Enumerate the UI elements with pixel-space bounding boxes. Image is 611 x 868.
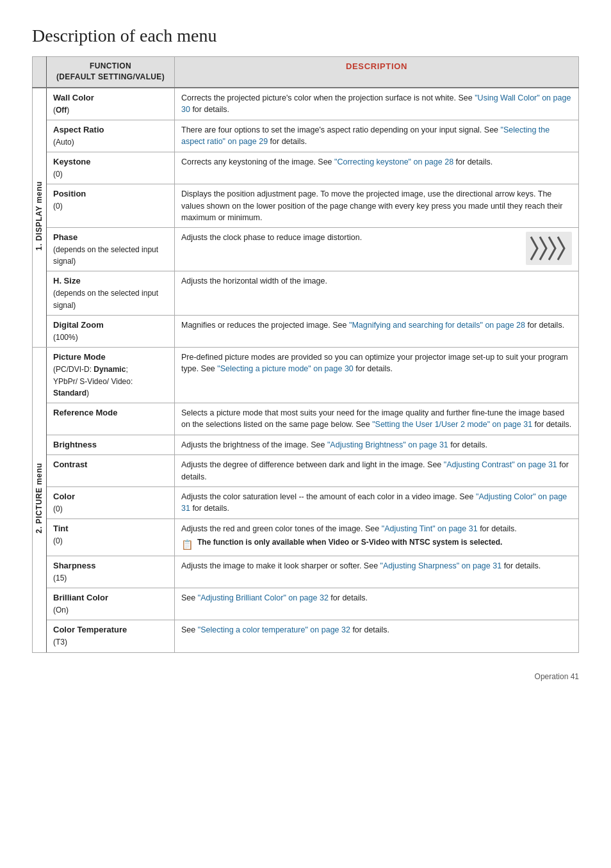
table-row: ContrastAdjusts the degree of difference… (33, 455, 579, 486)
desc-link[interactable]: "Adjusting Sharpness" on page 31 (380, 561, 502, 570)
description-cell: See "Adjusting Brilliant Color" on page … (175, 588, 579, 620)
side-label-cell: 1. DISPLAY menu (33, 88, 47, 348)
func-default: (depends on the selected input signal) (53, 289, 158, 309)
function-cell: Reference Mode (47, 403, 175, 435)
description-cell: Pre-defined picture modes are provided s… (175, 348, 579, 403)
func-name: Digital Zoom (53, 320, 104, 330)
function-cell: Brilliant Color(On) (47, 588, 175, 620)
func-default: (0) (53, 202, 63, 211)
side-label: 2. PICTURE menu (34, 463, 45, 533)
notice-text: The function is only available when Vide… (197, 537, 502, 548)
desc-link[interactable]: "Selecting a picture mode" on page 30 (217, 364, 354, 373)
table-row: Tint(0)Adjusts the red and green color t… (33, 518, 579, 556)
side-label-col-header (33, 57, 47, 88)
func-name: Color Temperature (53, 625, 127, 634)
function-column-header: FUNCTION (default setting/value) (47, 57, 175, 88)
function-cell: Picture Mode(PC/DVI-D: Dynamic;YPbPr/ S-… (47, 348, 175, 403)
function-header-line1: FUNCTION (90, 61, 131, 70)
func-name: Aspect Ratio (53, 125, 104, 134)
function-header-line2: (default setting/value) (56, 72, 165, 81)
table-row: Sharpness(15)Adjusts the image to make i… (33, 556, 579, 588)
side-label: 1. DISPLAY menu (34, 181, 45, 250)
func-name: Position (53, 189, 86, 198)
desc-link[interactable]: "Setting the User 1/User 2 mode" on page… (372, 420, 532, 429)
desc-link[interactable]: "Adjusting Brilliant Color" on page 32 (198, 593, 329, 602)
func-default: (Off) (53, 106, 69, 115)
function-cell: Keystone(0) (47, 152, 175, 184)
function-cell: Brightness (47, 435, 175, 455)
function-cell: Color Temperature(T3) (47, 620, 175, 652)
page-footer: Operation 41 (32, 672, 579, 681)
side-label-cell: 2. PICTURE menu (33, 348, 47, 652)
func-default: (T3) (53, 638, 67, 647)
table-row: Color(0)Adjusts the color saturation lev… (33, 486, 579, 518)
func-name: Reference Mode (53, 408, 117, 417)
function-cell: Position(0) (47, 184, 175, 227)
description-cell: Adjusts the clock phase to reduce image … (175, 227, 579, 271)
description-cell: There are four options to set the image'… (175, 120, 579, 152)
desc-link[interactable]: "Adjusting Brightness" on page 31 (327, 440, 448, 449)
func-name: Brilliant Color (53, 593, 108, 602)
desc-link[interactable]: "Selecting a color temperature" on page … (198, 625, 350, 634)
func-default: (100%) (53, 333, 78, 342)
func-name: Phase (53, 232, 77, 242)
func-default: (15) (53, 574, 67, 583)
table-row: Position(0)Displays the position adjustm… (33, 184, 579, 227)
func-name: Color (53, 492, 75, 501)
func-name: H. Size (53, 276, 81, 285)
menu-description-table: FUNCTION (default setting/value) DESCRIP… (32, 56, 579, 653)
description-cell: Adjusts the horizontal width of the imag… (175, 271, 579, 316)
function-cell: Wall Color(Off) (47, 88, 175, 120)
table-row: H. Size(depends on the selected input si… (33, 271, 579, 316)
function-cell: Color(0) (47, 486, 175, 518)
table-row: Aspect Ratio(Auto)There are four options… (33, 120, 579, 152)
description-cell: Adjusts the image to make it look sharpe… (175, 556, 579, 588)
description-cell: Adjusts the brightness of the image. See… (175, 435, 579, 455)
function-cell: Tint(0) (47, 518, 175, 556)
desc-link[interactable]: "Magnifying and searching for details" o… (349, 321, 525, 330)
func-default: (Auto) (53, 138, 74, 147)
description-column-header: DESCRIPTION (175, 57, 579, 88)
table-row: Brilliant Color(On)See "Adjusting Brilli… (33, 588, 579, 620)
func-default: (On) (53, 606, 69, 615)
func-name: Brightness (53, 440, 97, 449)
description-cell: Selects a picture mode that most suits y… (175, 403, 579, 435)
description-cell: Corrects any keystoning of the image. Se… (175, 152, 579, 184)
func-default: (0) (53, 504, 63, 513)
description-cell: Adjusts the color saturation level -- th… (175, 486, 579, 518)
func-name: Tint (53, 524, 69, 533)
desc-link[interactable]: "Adjusting Contrast" on page 31 (444, 460, 557, 469)
function-cell: Sharpness(15) (47, 556, 175, 588)
table-row: BrightnessAdjusts the brightness of the … (33, 435, 579, 455)
func-name: Keystone (53, 157, 91, 166)
function-cell: Aspect Ratio(Auto) (47, 120, 175, 152)
table-row: Digital Zoom(100%)Magnifies or reduces t… (33, 316, 579, 348)
function-cell: Contrast (47, 455, 175, 486)
func-name: Contrast (53, 460, 87, 469)
func-default: (0) (53, 536, 63, 545)
desc-link[interactable]: "Adjusting Tint" on page 31 (382, 524, 478, 533)
description-cell: See "Selecting a color temperature" on p… (175, 620, 579, 652)
description-cell: Adjusts the degree of difference between… (175, 455, 579, 486)
function-cell: H. Size(depends on the selected input si… (47, 271, 175, 316)
description-cell: Magnifies or reduces the projected image… (175, 316, 579, 348)
table-row: Color Temperature(T3)See "Selecting a co… (33, 620, 579, 652)
function-cell: Phase(depends on the selected input sign… (47, 227, 175, 271)
function-cell: Digital Zoom(100%) (47, 316, 175, 348)
description-cell: Corrects the projected picture's color w… (175, 88, 579, 120)
desc-link[interactable]: "Correcting keystone" on page 28 (334, 157, 453, 166)
func-default: (PC/DVI-D: Dynamic;YPbPr/ S-Video/ Video… (53, 365, 133, 398)
table-row: Phase(depends on the selected input sign… (33, 227, 579, 271)
table-row: 1. DISPLAY menuWall Color(Off)Corrects t… (33, 88, 579, 120)
description-cell: Displays the position adjustment page. T… (175, 184, 579, 227)
table-row: Reference ModeSelects a picture mode tha… (33, 403, 579, 435)
func-default: (0) (53, 170, 63, 179)
func-name: Sharpness (53, 561, 95, 570)
description-cell: Adjusts the red and green color tones of… (175, 518, 579, 556)
func-name: Picture Mode (53, 352, 106, 362)
table-row: 2. PICTURE menuPicture Mode(PC/DVI-D: Dy… (33, 348, 579, 403)
func-name: Wall Color (53, 93, 94, 102)
table-row: Keystone(0)Corrects any keystoning of th… (33, 152, 579, 184)
page-title: Description of each menu (32, 26, 579, 46)
func-default: (depends on the selected input signal) (53, 245, 158, 266)
